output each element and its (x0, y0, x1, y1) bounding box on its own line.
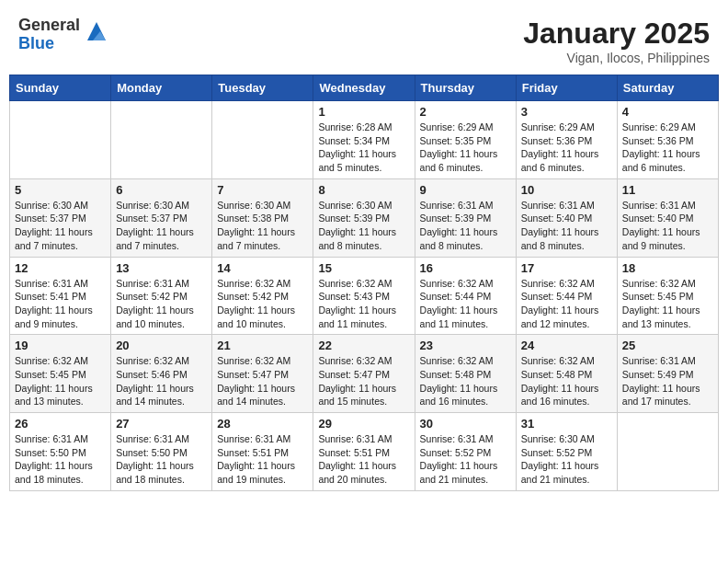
sunset-text: Sunset: 5:38 PM (217, 212, 308, 225)
calendar-cell: 26Sunrise: 6:31 AMSunset: 5:50 PMDayligh… (10, 413, 111, 491)
sunset-text: Sunset: 5:42 PM (116, 290, 207, 304)
calendar-cell: 2Sunrise: 6:29 AMSunset: 5:35 PMDaylight… (415, 101, 516, 179)
logo: General Blue (18, 17, 109, 53)
day-info: Sunrise: 6:31 AMSunset: 5:41 PMDaylight:… (15, 277, 106, 331)
day-number: 30 (420, 417, 511, 431)
calendar-cell: 9Sunrise: 6:31 AMSunset: 5:39 PMDaylight… (415, 178, 516, 257)
calendar-cell: 31Sunrise: 6:30 AMSunset: 5:52 PMDayligh… (516, 413, 617, 491)
day-number: 25 (622, 339, 713, 352)
sunset-text: Sunset: 5:39 PM (318, 212, 409, 225)
calendar-cell: 12Sunrise: 6:31 AMSunset: 5:41 PMDayligh… (10, 257, 111, 335)
day-info: Sunrise: 6:32 AMSunset: 5:42 PMDaylight:… (217, 277, 308, 331)
day-info: Sunrise: 6:28 AMSunset: 5:34 PMDaylight:… (318, 121, 409, 175)
sunrise-text: Sunrise: 6:31 AM (318, 432, 409, 446)
calendar-cell: 27Sunrise: 6:31 AMSunset: 5:50 PMDayligh… (111, 413, 212, 491)
day-number: 28 (217, 417, 308, 431)
title-section: January 2025 Vigan, Ilocos, Philippines (523, 17, 710, 65)
day-info: Sunrise: 6:32 AMSunset: 5:45 PMDaylight:… (622, 277, 713, 331)
sunset-text: Sunset: 5:35 PM (420, 134, 511, 148)
sunset-text: Sunset: 5:49 PM (622, 368, 713, 382)
daylight-text: Daylight: 11 hours and 14 minutes. (116, 382, 207, 408)
daylight-text: Daylight: 11 hours and 11 minutes. (318, 304, 409, 330)
calendar-cell: 25Sunrise: 6:31 AMSunset: 5:49 PMDayligh… (617, 335, 718, 413)
daylight-text: Daylight: 11 hours and 13 minutes. (15, 382, 106, 408)
sunrise-text: Sunrise: 6:31 AM (420, 199, 511, 213)
daylight-text: Daylight: 11 hours and 8 minutes. (521, 225, 612, 252)
sunrise-text: Sunrise: 6:30 AM (116, 199, 207, 213)
day-number: 14 (217, 261, 308, 275)
calendar-cell: 23Sunrise: 6:32 AMSunset: 5:48 PMDayligh… (415, 335, 516, 413)
daylight-text: Daylight: 11 hours and 9 minutes. (15, 304, 106, 330)
sunrise-text: Sunrise: 6:32 AM (217, 354, 308, 368)
sunset-text: Sunset: 5:37 PM (116, 212, 207, 225)
sunset-text: Sunset: 5:45 PM (15, 368, 106, 382)
sunrise-text: Sunrise: 6:32 AM (420, 354, 511, 368)
calendar-cell: 30Sunrise: 6:31 AMSunset: 5:52 PMDayligh… (415, 413, 516, 491)
day-number: 21 (217, 339, 308, 352)
day-number: 27 (116, 417, 207, 431)
month-title: January 2025 (523, 17, 710, 51)
day-info: Sunrise: 6:30 AMSunset: 5:37 PMDaylight:… (15, 199, 106, 253)
calendar-cell: 19Sunrise: 6:32 AMSunset: 5:45 PMDayligh… (10, 335, 111, 413)
day-info: Sunrise: 6:31 AMSunset: 5:42 PMDaylight:… (116, 277, 207, 331)
day-info: Sunrise: 6:32 AMSunset: 5:43 PMDaylight:… (318, 277, 409, 331)
daylight-text: Daylight: 11 hours and 7 minutes. (15, 225, 106, 252)
day-number: 12 (15, 261, 106, 275)
calendar-cell: 24Sunrise: 6:32 AMSunset: 5:48 PMDayligh… (516, 335, 617, 413)
sunrise-text: Sunrise: 6:31 AM (217, 432, 308, 446)
calendar-cell: 4Sunrise: 6:29 AMSunset: 5:36 PMDaylight… (617, 101, 718, 179)
day-info: Sunrise: 6:30 AMSunset: 5:37 PMDaylight:… (116, 199, 207, 253)
daylight-text: Daylight: 11 hours and 16 minutes. (521, 382, 612, 408)
sunset-text: Sunset: 5:34 PM (318, 134, 409, 148)
sunset-text: Sunset: 5:48 PM (521, 368, 612, 382)
calendar-cell: 11Sunrise: 6:31 AMSunset: 5:40 PMDayligh… (617, 178, 718, 257)
sunrise-text: Sunrise: 6:32 AM (521, 354, 612, 368)
calendar-week-row: 12Sunrise: 6:31 AMSunset: 5:41 PMDayligh… (10, 257, 719, 335)
calendar-cell: 20Sunrise: 6:32 AMSunset: 5:46 PMDayligh… (111, 335, 212, 413)
sunset-text: Sunset: 5:51 PM (217, 446, 308, 460)
day-info: Sunrise: 6:29 AMSunset: 5:36 PMDaylight:… (622, 121, 713, 175)
day-number: 29 (318, 417, 409, 431)
calendar-week-row: 5Sunrise: 6:30 AMSunset: 5:37 PMDaylight… (10, 178, 719, 257)
calendar-week-row: 19Sunrise: 6:32 AMSunset: 5:45 PMDayligh… (10, 335, 719, 413)
logo-general: General (18, 17, 80, 35)
day-info: Sunrise: 6:31 AMSunset: 5:51 PMDaylight:… (318, 432, 409, 487)
daylight-text: Daylight: 11 hours and 12 minutes. (521, 304, 612, 330)
sunset-text: Sunset: 5:52 PM (420, 446, 511, 460)
daylight-text: Daylight: 11 hours and 15 minutes. (318, 382, 409, 408)
day-number: 2 (420, 105, 511, 119)
day-number: 5 (15, 183, 106, 197)
sunrise-text: Sunrise: 6:31 AM (622, 354, 713, 368)
day-info: Sunrise: 6:31 AMSunset: 5:40 PMDaylight:… (622, 199, 713, 253)
sunset-text: Sunset: 5:48 PM (420, 368, 511, 382)
calendar-cell: 29Sunrise: 6:31 AMSunset: 5:51 PMDayligh… (313, 413, 415, 491)
weekday-header: Wednesday (313, 75, 415, 101)
sunrise-text: Sunrise: 6:29 AM (521, 121, 612, 134)
day-number: 6 (116, 183, 207, 197)
sunrise-text: Sunrise: 6:32 AM (420, 277, 511, 291)
weekday-header: Saturday (617, 75, 718, 101)
sunset-text: Sunset: 5:36 PM (622, 134, 713, 148)
day-number: 8 (318, 183, 409, 197)
calendar-cell: 18Sunrise: 6:32 AMSunset: 5:45 PMDayligh… (617, 257, 718, 335)
weekday-header: Sunday (10, 75, 111, 101)
calendar-cell (10, 101, 111, 179)
weekday-header: Tuesday (212, 75, 313, 101)
daylight-text: Daylight: 11 hours and 7 minutes. (116, 225, 207, 252)
day-number: 23 (420, 339, 511, 352)
day-number: 18 (622, 261, 713, 275)
sunset-text: Sunset: 5:42 PM (217, 290, 308, 304)
day-info: Sunrise: 6:29 AMSunset: 5:35 PMDaylight:… (420, 121, 511, 175)
sunrise-text: Sunrise: 6:29 AM (622, 121, 713, 134)
daylight-text: Daylight: 11 hours and 18 minutes. (116, 459, 207, 486)
calendar-cell: 13Sunrise: 6:31 AMSunset: 5:42 PMDayligh… (111, 257, 212, 335)
day-info: Sunrise: 6:32 AMSunset: 5:46 PMDaylight:… (116, 354, 207, 408)
daylight-text: Daylight: 11 hours and 19 minutes. (217, 459, 308, 486)
sunrise-text: Sunrise: 6:32 AM (15, 354, 106, 368)
day-number: 4 (622, 105, 713, 119)
day-info: Sunrise: 6:31 AMSunset: 5:52 PMDaylight:… (420, 432, 511, 487)
daylight-text: Daylight: 11 hours and 8 minutes. (318, 225, 409, 252)
calendar-cell: 28Sunrise: 6:31 AMSunset: 5:51 PMDayligh… (212, 413, 313, 491)
day-info: Sunrise: 6:31 AMSunset: 5:50 PMDaylight:… (15, 432, 106, 487)
sunrise-text: Sunrise: 6:31 AM (420, 432, 511, 446)
